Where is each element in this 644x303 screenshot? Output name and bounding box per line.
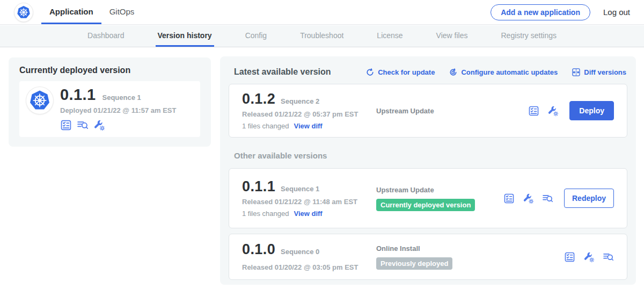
configure-automatic-updates-link[interactable]: Configure automatic updates — [449, 68, 558, 77]
view-diff-link[interactable]: View diff — [294, 210, 322, 218]
files-changed-label: 1 files changed — [242, 210, 289, 218]
diff-icon — [572, 68, 581, 77]
logout-button[interactable]: Log out — [603, 8, 630, 17]
kubernetes-logo-icon — [17, 5, 31, 19]
deploy-logs-icon[interactable] — [603, 251, 614, 263]
files-changed-label: 1 files changed — [242, 122, 289, 130]
diff-versions-link[interactable]: Diff versions — [572, 68, 626, 77]
diff-versions-label: Diff versions — [584, 68, 626, 76]
subnav-tab-config[interactable]: Config — [243, 25, 269, 47]
deployed-version-number: 0.1.1 — [60, 87, 96, 103]
version-actions: Redeploy — [503, 189, 614, 208]
released-timestamp: Released 01/21/22 @ 05:37 pm EST — [242, 110, 376, 118]
deploy-logs-icon[interactable] — [542, 193, 553, 204]
preflight-checks-icon[interactable] — [564, 251, 575, 263]
kubernetes-logo — [14, 3, 33, 21]
refresh-icon — [365, 68, 375, 77]
check-for-update-link[interactable]: Check for update — [365, 68, 435, 77]
app-logo — [26, 87, 53, 114]
edit-config-icon[interactable] — [547, 105, 559, 117]
deployed-timestamp: Deployed 01/21/22 @ 11:57 am EST — [60, 106, 176, 114]
subnav-tab-version-history[interactable]: Version history — [156, 25, 214, 47]
version-source: Online Install Previously deployed — [376, 244, 564, 270]
subnav-tab-registry-settings[interactable]: Registry settings — [499, 25, 559, 47]
currently-deployed-details: 0.1.1 Sequence 1 Deployed 01/21/22 @ 11:… — [60, 87, 176, 131]
kubernetes-logo-icon — [29, 90, 50, 111]
other-available-title: Other available versions — [234, 151, 626, 160]
latest-available-header: Latest available version Check for updat… — [234, 67, 626, 77]
app-subnav: Dashboard Version history Config Trouble… — [0, 25, 644, 47]
currently-deployed-title: Currently deployed version — [19, 66, 200, 75]
panel-actions: Check for update Configure automatic upd… — [365, 68, 626, 77]
version-info: 0.1.1 Sequence 1 Released 01/21/22 @ 11:… — [242, 179, 376, 218]
deployed-sequence-label: Sequence 1 — [103, 93, 141, 102]
latest-available-title: Latest available version — [234, 67, 331, 77]
sequence-label: Sequence 1 — [281, 185, 319, 193]
version-actions: Deploy — [528, 101, 614, 120]
header-right: Add a new application Log out — [491, 0, 644, 24]
version-info: 0.1.2 Sequence 2 Released 01/21/22 @ 05:… — [242, 92, 376, 130]
subnav-tab-troubleshoot[interactable]: Troubleshoot — [298, 25, 346, 47]
version-actions — [564, 251, 614, 263]
tab-application[interactable]: Application — [41, 0, 101, 24]
version-row-0-1-2: 0.1.2 Sequence 2 Released 01/21/22 @ 05:… — [229, 84, 627, 138]
version-row-0-1-1: 0.1.1 Sequence 1 Released 01/21/22 @ 11:… — [229, 168, 627, 228]
auto-update-icon — [449, 68, 458, 77]
top-header: Application GitOps Add a new application… — [0, 0, 644, 25]
released-timestamp: Released 01/20/22 @ 03:05 pm EST — [242, 263, 376, 271]
version-number: 0.1.0 — [242, 242, 275, 257]
view-diff-link[interactable]: View diff — [294, 122, 322, 130]
deploy-button[interactable]: Deploy — [569, 101, 614, 120]
source-label: Online Install — [376, 244, 564, 252]
sequence-label: Sequence 2 — [281, 97, 319, 105]
version-source: Upstream Update Currently deployed versi… — [376, 186, 503, 211]
edit-config-icon[interactable] — [583, 251, 595, 263]
redeploy-button[interactable]: Redeploy — [564, 189, 614, 208]
version-source: Upstream Update — [376, 107, 528, 115]
preflight-checks-icon[interactable] — [503, 193, 515, 204]
currently-deployed-badge: Currently deployed version — [376, 199, 475, 211]
currently-deployed-version-card: 0.1.1 Sequence 1 Deployed 01/21/22 @ 11:… — [19, 81, 200, 137]
version-row-0-1-0: 0.1.0 Sequence 0 Released 01/20/22 @ 03:… — [229, 234, 627, 280]
header-tabs: Application GitOps — [41, 0, 142, 24]
source-label: Upstream Update — [376, 107, 528, 115]
version-info: 0.1.0 Sequence 0 Released 01/20/22 @ 03:… — [242, 242, 376, 271]
version-number: 0.1.1 — [242, 179, 275, 194]
preflight-checks-icon[interactable] — [60, 119, 72, 131]
check-for-update-label: Check for update — [378, 68, 435, 76]
subnav-tab-dashboard[interactable]: Dashboard — [85, 25, 127, 47]
tab-gitops[interactable]: GitOps — [101, 0, 143, 24]
previously-deployed-badge: Previously deployed — [376, 257, 452, 270]
subnav-tab-license[interactable]: License — [375, 25, 405, 47]
edit-config-icon[interactable] — [523, 193, 534, 204]
subnav-tab-view-files[interactable]: View files — [434, 25, 470, 47]
add-new-application-button[interactable]: Add a new application — [491, 4, 590, 20]
deployed-version-actions — [60, 119, 176, 131]
currently-deployed-card: Currently deployed version 0.1.1 Sequenc… — [9, 57, 211, 147]
sequence-label: Sequence 0 — [281, 248, 319, 256]
configure-automatic-updates-label: Configure automatic updates — [461, 68, 558, 76]
version-history-panel: Latest available version Check for updat… — [220, 56, 636, 285]
version-number: 0.1.2 — [242, 92, 275, 106]
deploy-logs-icon[interactable] — [77, 119, 89, 131]
preflight-checks-icon[interactable] — [528, 105, 539, 117]
source-label: Upstream Update — [376, 186, 503, 194]
released-timestamp: Released 01/21/22 @ 11:48 am EST — [242, 198, 376, 206]
edit-config-icon[interactable] — [93, 119, 105, 131]
